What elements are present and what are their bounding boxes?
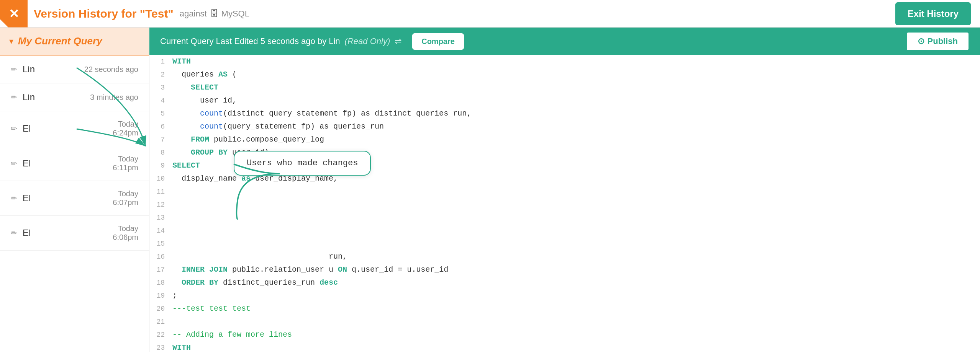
history-time-3: Today 6:11pm bbox=[113, 155, 138, 172]
logo: ✕ bbox=[0, 0, 28, 28]
history-item-left-0: ✏ Lin bbox=[11, 64, 35, 75]
code-line-8: 8 GROUP BY user_id) bbox=[149, 146, 980, 159]
code-line-9: 9 SELECT bbox=[149, 159, 980, 172]
content-area: Current Query Last Edited 5 seconds ago … bbox=[149, 28, 980, 352]
code-line-5: 5 count(distinct query_statement_fp) as … bbox=[149, 107, 980, 120]
code-line-23: 23 WITH bbox=[149, 341, 980, 352]
header-left: ✕ Version History for "Test" against 🗄 M… bbox=[0, 0, 249, 28]
edit-icon-1: ✏ bbox=[11, 93, 17, 102]
history-item-left-1: ✏ Lin bbox=[11, 92, 35, 103]
edit-icon-2: ✏ bbox=[11, 124, 17, 133]
code-line-6: 6 count(query_statement_fp) as queries_r… bbox=[149, 120, 980, 133]
history-user-2: El bbox=[23, 123, 31, 134]
sidebar-header: ▾ My Current Query bbox=[0, 28, 149, 55]
edit-icon-4: ✏ bbox=[11, 194, 17, 203]
code-line-22: 22 -- Adding a few more lines bbox=[149, 328, 980, 341]
history-user-1: Lin bbox=[23, 92, 35, 103]
history-item-left-4: ✏ El bbox=[11, 193, 31, 204]
history-time-5: Today 6:06pm bbox=[113, 224, 138, 242]
history-user-4: El bbox=[23, 193, 31, 204]
history-time-0: 22 seconds ago bbox=[84, 65, 138, 74]
history-item-4[interactable]: ✏ El Today 6:07pm bbox=[0, 181, 149, 216]
against-label: against bbox=[180, 9, 207, 19]
code-line-21: 21 bbox=[149, 315, 980, 328]
history-item-left-2: ✏ El bbox=[11, 123, 31, 134]
content-header-info: Current Query Last Edited 5 seconds ago … bbox=[160, 33, 464, 50]
history-time-4: Today 6:07pm bbox=[113, 189, 138, 207]
header-subtitle: against 🗄 MySQL bbox=[180, 9, 249, 19]
main-layout: ▾ My Current Query ✏ Lin 22 seconds ago … bbox=[0, 28, 980, 352]
database-icon: 🗄 bbox=[210, 9, 218, 19]
publish-icon: ⊙ bbox=[918, 36, 924, 46]
history-item-3[interactable]: ✏ El Today 6:11pm bbox=[0, 146, 149, 181]
code-line-11: 11 bbox=[149, 185, 980, 198]
sidebar: ▾ My Current Query ✏ Lin 22 seconds ago … bbox=[0, 28, 149, 352]
publish-button[interactable]: ⊙ Publish bbox=[906, 32, 969, 51]
edit-icon-5: ✏ bbox=[11, 228, 17, 238]
history-item-2[interactable]: ✏ El Today 6:24pm bbox=[0, 111, 149, 146]
db-name: MySQL bbox=[221, 9, 249, 19]
compare-button[interactable]: Compare bbox=[412, 33, 464, 50]
history-user-5: El bbox=[23, 228, 31, 238]
compare-icon: ⇌ bbox=[395, 36, 402, 46]
history-user-3: El bbox=[23, 158, 31, 169]
last-edited-text: Current Query Last Edited 5 seconds ago … bbox=[160, 36, 340, 46]
page-title: Version History for "Test" bbox=[34, 7, 174, 20]
history-item-0[interactable]: ✏ Lin 22 seconds ago bbox=[0, 55, 149, 83]
exit-history-button[interactable]: Exit History bbox=[895, 2, 971, 25]
code-line-17: 17 INNER JOIN public.relation_user u ON … bbox=[149, 263, 980, 276]
code-line-15: 15 bbox=[149, 237, 980, 250]
code-line-18: 18 ORDER BY distinct_queries_run desc bbox=[149, 276, 980, 289]
edit-icon-3: ✏ bbox=[11, 159, 17, 168]
code-line-16: 16 run, bbox=[149, 250, 980, 263]
app-header: ✕ Version History for "Test" against 🗄 M… bbox=[0, 0, 980, 28]
read-only-label: (Read Only) bbox=[345, 36, 390, 46]
code-line-19: 19 ; bbox=[149, 289, 980, 302]
code-line-10: 10 display_name as user_display_name, bbox=[149, 172, 980, 185]
sidebar-title: My Current Query bbox=[18, 35, 102, 47]
history-user-0: Lin bbox=[23, 64, 35, 75]
content-wrapper: Current Query Last Edited 5 seconds ago … bbox=[149, 28, 980, 352]
content-header: Current Query Last Edited 5 seconds ago … bbox=[149, 28, 980, 55]
history-time-1: 3 minutes ago bbox=[90, 93, 138, 102]
code-line-2: 2 queries AS ( bbox=[149, 68, 980, 81]
history-time-2: Today 6:24pm bbox=[113, 120, 138, 137]
history-item-5[interactable]: ✏ El Today 6:06pm bbox=[0, 216, 149, 251]
code-line-12: 12 bbox=[149, 198, 980, 211]
edit-icon-0: ✏ bbox=[11, 65, 17, 74]
content-header-right: ⊙ Publish bbox=[906, 32, 969, 51]
history-item-left-5: ✏ El bbox=[11, 228, 31, 238]
code-line-4: 4 user_id, bbox=[149, 94, 980, 107]
code-line-3: 3 SELECT bbox=[149, 81, 980, 94]
code-line-13: 13 bbox=[149, 211, 980, 224]
history-item-left-3: ✏ El bbox=[11, 158, 31, 169]
logo-icon: ✕ bbox=[9, 7, 19, 21]
code-line-7: 7 FROM public.compose_query_log bbox=[149, 133, 980, 146]
code-line-14: 14 bbox=[149, 224, 980, 237]
chevron-down-icon[interactable]: ▾ bbox=[9, 36, 13, 46]
publish-label: Publish bbox=[928, 36, 958, 46]
code-line-1: 1 WITH bbox=[149, 55, 980, 68]
history-item-1[interactable]: ✏ Lin 3 minutes ago bbox=[0, 83, 149, 111]
code-editor: Users who made changes 1 WITH 2 queries … bbox=[149, 55, 980, 352]
code-line-20: 20 ---test test test bbox=[149, 302, 980, 315]
